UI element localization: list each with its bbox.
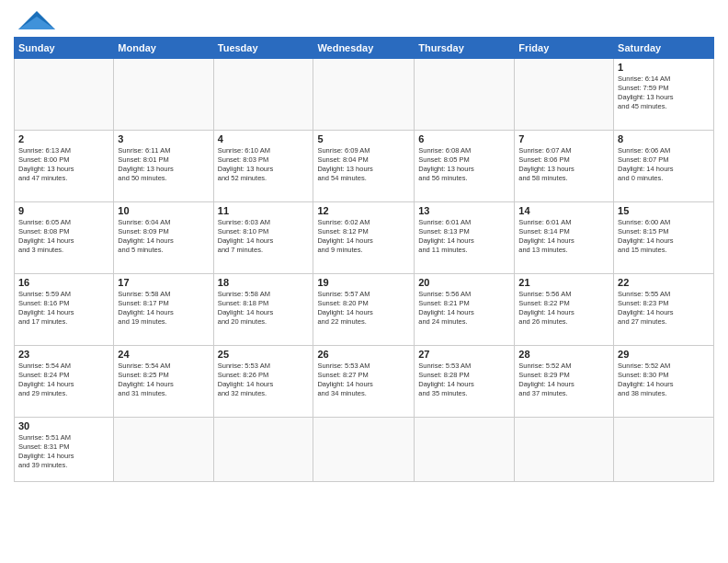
day-info: Sunrise: 6:03 AM Sunset: 8:10 PM Dayligh…: [218, 218, 310, 256]
calendar-cell: 6Sunrise: 6:08 AM Sunset: 8:05 PM Daylig…: [415, 131, 515, 202]
calendar-cell: 4Sunrise: 6:10 AM Sunset: 8:03 PM Daylig…: [213, 131, 313, 202]
day-number: 6: [418, 133, 510, 144]
day-info: Sunrise: 5:56 AM Sunset: 8:22 PM Dayligh…: [518, 290, 609, 327]
day-info: Sunrise: 6:00 AM Sunset: 8:15 PM Dayligh…: [618, 218, 710, 256]
day-number: 9: [18, 205, 109, 216]
day-info: Sunrise: 5:57 AM Sunset: 8:20 PM Dayligh…: [317, 290, 410, 327]
calendar-header-monday: Monday: [114, 38, 213, 59]
calendar-cell: 10Sunrise: 6:04 AM Sunset: 8:09 PM Dayli…: [114, 202, 213, 274]
calendar-cell: [114, 418, 213, 482]
calendar-cell: 22Sunrise: 5:55 AM Sunset: 8:23 PM Dayli…: [614, 274, 714, 346]
day-info: Sunrise: 5:53 AM Sunset: 8:26 PM Dayligh…: [218, 362, 310, 399]
calendar-cell: 9Sunrise: 6:05 AM Sunset: 8:08 PM Daylig…: [15, 202, 114, 274]
day-number: 26: [317, 349, 410, 360]
day-info: Sunrise: 6:01 AM Sunset: 8:14 PM Dayligh…: [518, 218, 609, 256]
calendar-header-friday: Friday: [515, 38, 614, 59]
calendar-header-thursday: Thursday: [415, 38, 515, 59]
day-number: 21: [518, 277, 609, 288]
day-info: Sunrise: 5:58 AM Sunset: 8:18 PM Dayligh…: [218, 290, 310, 327]
day-number: 5: [317, 133, 410, 144]
day-number: 30: [18, 420, 109, 431]
day-info: Sunrise: 5:53 AM Sunset: 8:28 PM Dayligh…: [418, 362, 510, 399]
calendar-header-row: SundayMondayTuesdayWednesdayThursdayFrid…: [15, 38, 714, 59]
calendar-header-tuesday: Tuesday: [213, 38, 313, 59]
day-info: Sunrise: 6:10 AM Sunset: 8:03 PM Dayligh…: [218, 146, 310, 184]
calendar-week-row: 2Sunrise: 6:13 AM Sunset: 8:00 PM Daylig…: [15, 131, 714, 202]
calendar-cell: 1Sunrise: 6:14 AM Sunset: 7:59 PM Daylig…: [614, 59, 714, 131]
day-number: 3: [118, 133, 209, 144]
day-info: Sunrise: 6:05 AM Sunset: 8:08 PM Dayligh…: [18, 218, 109, 256]
calendar-cell: 20Sunrise: 5:56 AM Sunset: 8:21 PM Dayli…: [415, 274, 515, 346]
day-info: Sunrise: 6:13 AM Sunset: 8:00 PM Dayligh…: [18, 146, 109, 184]
day-info: Sunrise: 6:11 AM Sunset: 8:01 PM Dayligh…: [118, 146, 209, 184]
calendar-cell: [114, 59, 213, 131]
day-number: 19: [317, 277, 410, 288]
calendar-cell: 26Sunrise: 5:53 AM Sunset: 8:27 PM Dayli…: [313, 346, 415, 418]
calendar-cell: 29Sunrise: 5:52 AM Sunset: 8:30 PM Dayli…: [614, 346, 714, 418]
calendar-cell: 24Sunrise: 5:54 AM Sunset: 8:25 PM Dayli…: [114, 346, 213, 418]
calendar-week-row: 16Sunrise: 5:59 AM Sunset: 8:16 PM Dayli…: [15, 274, 714, 346]
calendar-cell: 13Sunrise: 6:01 AM Sunset: 8:13 PM Dayli…: [415, 202, 515, 274]
calendar-cell: [614, 418, 714, 482]
day-number: 13: [418, 205, 510, 216]
day-number: 23: [18, 349, 109, 360]
calendar-cell: 30Sunrise: 5:51 AM Sunset: 8:31 PM Dayli…: [15, 418, 114, 482]
day-number: 29: [618, 349, 710, 360]
calendar-cell: 5Sunrise: 6:09 AM Sunset: 8:04 PM Daylig…: [313, 131, 415, 202]
header: [14, 9, 714, 31]
day-number: 4: [218, 133, 310, 144]
calendar-cell: 17Sunrise: 5:58 AM Sunset: 8:17 PM Dayli…: [114, 274, 213, 346]
day-info: Sunrise: 6:04 AM Sunset: 8:09 PM Dayligh…: [118, 218, 209, 256]
calendar-cell: [515, 59, 614, 131]
calendar-cell: 27Sunrise: 5:53 AM Sunset: 8:28 PM Dayli…: [415, 346, 515, 418]
calendar-cell: [515, 418, 614, 482]
day-number: 28: [518, 349, 609, 360]
day-info: Sunrise: 5:52 AM Sunset: 8:30 PM Dayligh…: [618, 362, 710, 399]
calendar-cell: [415, 418, 515, 482]
day-info: Sunrise: 6:06 AM Sunset: 8:07 PM Dayligh…: [618, 146, 710, 184]
day-info: Sunrise: 5:58 AM Sunset: 8:17 PM Dayligh…: [118, 290, 209, 327]
day-info: Sunrise: 6:08 AM Sunset: 8:05 PM Dayligh…: [418, 146, 510, 184]
day-info: Sunrise: 5:56 AM Sunset: 8:21 PM Dayligh…: [418, 290, 510, 327]
day-info: Sunrise: 6:01 AM Sunset: 8:13 PM Dayligh…: [418, 218, 510, 256]
page: SundayMondayTuesdayWednesdayThursdayFrid…: [0, 0, 728, 563]
day-number: 10: [118, 205, 209, 216]
day-info: Sunrise: 5:53 AM Sunset: 8:27 PM Dayligh…: [317, 362, 410, 399]
calendar-cell: 25Sunrise: 5:53 AM Sunset: 8:26 PM Dayli…: [213, 346, 313, 418]
day-number: 11: [218, 205, 310, 216]
calendar-cell: [213, 59, 313, 131]
day-info: Sunrise: 5:55 AM Sunset: 8:23 PM Dayligh…: [618, 290, 710, 327]
calendar-cell: 21Sunrise: 5:56 AM Sunset: 8:22 PM Dayli…: [515, 274, 614, 346]
day-number: 7: [518, 133, 609, 144]
calendar-cell: 12Sunrise: 6:02 AM Sunset: 8:12 PM Dayli…: [313, 202, 415, 274]
calendar-cell: 15Sunrise: 6:00 AM Sunset: 8:15 PM Dayli…: [614, 202, 714, 274]
logo-icon: [14, 9, 60, 31]
day-number: 20: [418, 277, 510, 288]
calendar-week-row: 1Sunrise: 6:14 AM Sunset: 7:59 PM Daylig…: [15, 59, 714, 131]
day-info: Sunrise: 6:07 AM Sunset: 8:06 PM Dayligh…: [518, 146, 609, 184]
day-number: 15: [618, 205, 710, 216]
calendar-cell: 14Sunrise: 6:01 AM Sunset: 8:14 PM Dayli…: [515, 202, 614, 274]
day-number: 17: [118, 277, 209, 288]
calendar-week-row: 9Sunrise: 6:05 AM Sunset: 8:08 PM Daylig…: [15, 202, 714, 274]
day-info: Sunrise: 5:54 AM Sunset: 8:25 PM Dayligh…: [118, 362, 209, 399]
calendar-table: SundayMondayTuesdayWednesdayThursdayFrid…: [14, 37, 714, 482]
calendar-header-wednesday: Wednesday: [313, 38, 415, 59]
day-number: 12: [317, 205, 410, 216]
calendar-cell: [313, 418, 415, 482]
calendar-cell: 23Sunrise: 5:54 AM Sunset: 8:24 PM Dayli…: [15, 346, 114, 418]
day-number: 27: [418, 349, 510, 360]
calendar-week-row: 23Sunrise: 5:54 AM Sunset: 8:24 PM Dayli…: [15, 346, 714, 418]
day-number: 22: [618, 277, 710, 288]
calendar-cell: 3Sunrise: 6:11 AM Sunset: 8:01 PM Daylig…: [114, 131, 213, 202]
day-info: Sunrise: 6:09 AM Sunset: 8:04 PM Dayligh…: [317, 146, 410, 184]
day-number: 24: [118, 349, 209, 360]
calendar-cell: [313, 59, 415, 131]
day-number: 2: [18, 133, 109, 144]
calendar-cell: 16Sunrise: 5:59 AM Sunset: 8:16 PM Dayli…: [15, 274, 114, 346]
calendar-cell: 18Sunrise: 5:58 AM Sunset: 8:18 PM Dayli…: [213, 274, 313, 346]
day-info: Sunrise: 5:59 AM Sunset: 8:16 PM Dayligh…: [18, 290, 109, 327]
day-info: Sunrise: 6:14 AM Sunset: 7:59 PM Dayligh…: [618, 75, 710, 112]
calendar-cell: 11Sunrise: 6:03 AM Sunset: 8:10 PM Dayli…: [213, 202, 313, 274]
day-number: 14: [518, 205, 609, 216]
